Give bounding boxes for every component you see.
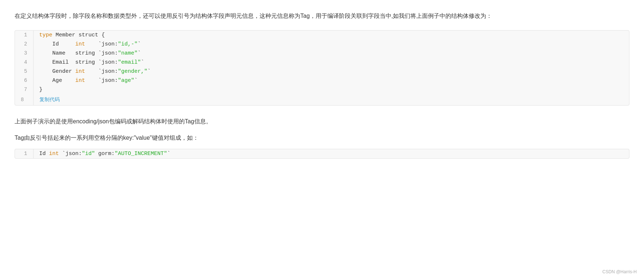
copy-line-number: 8 [15,94,33,105]
code-block-1: 1 type Member struct { 2 Id int `json:"i… [15,30,629,106]
code-line-2-1: 1 Id int `json:"id" gorm:"AUTO_INCREMENT… [15,149,629,158]
code-line-7: 7 } [15,85,629,94]
string-name: "name" [118,50,138,56]
string-auto-increment: "AUTO_INCREMENT" [115,151,167,157]
string-id: "id,-" [118,41,138,47]
line-number-1: 1 [15,31,33,40]
code-table-2: 1 Id int `json:"id" gorm:"AUTO_INCREMENT… [15,149,629,158]
line-number-5: 5 [15,67,33,76]
code-content-6: Age int `json:"age"` [33,76,629,85]
line-number-3: 3 [15,49,33,58]
code-line-6: 6 Age int `json:"age"` [15,76,629,85]
copy-row[interactable]: 8 复制代码 [15,94,629,105]
code-line-4: 4 Email string `json:"email"` [15,58,629,67]
line-number-6: 6 [15,76,33,85]
line-number-2-1: 1 [15,149,33,158]
keyword-int-1: int [75,41,85,47]
line-number-2: 2 [15,40,33,49]
string-email: "email" [118,59,141,65]
code-content-5: Gender int `json:"gender,"` [33,67,629,76]
section1-text: 上面例子演示的是使用encoding/json包编码或解码结构体时使用的Tag信… [15,116,629,127]
keyword-type: type [39,32,52,38]
line-number-7: 7 [15,85,33,94]
intro-paragraph: 在定义结构体字段时，除字段名称和数据类型外，还可以使用反引号为结构体字段声明元信… [15,11,629,21]
code-line-2: 2 Id int `json:"id,-"` [15,40,629,49]
code-content-1: type Member struct { [33,31,629,40]
code-content-2: Id int `json:"id,-"` [33,40,629,49]
string-id-2: "id" [82,151,95,157]
string-gender: "gender," [118,68,148,75]
code-table-1: 1 type Member struct { 2 Id int `json:"i… [15,31,629,105]
code-content-4: Email string `json:"email"` [33,58,629,67]
keyword-int-2: int [75,68,85,75]
line-number-4: 4 [15,58,33,67]
code-line-3: 3 Name string `json:"name"` [15,49,629,58]
code-block-2: 1 Id int `json:"id" gorm:"AUTO_INCREMENT… [15,149,629,159]
copy-code-button[interactable]: 复制代码 [33,94,629,105]
string-age: "age" [118,78,134,84]
code-line-1: 1 type Member struct { [15,31,629,40]
code-line-5: 5 Gender int `json:"gender,"` [15,67,629,76]
code-content-3: Name string `json:"name"` [33,49,629,58]
keyword-int-4: int [49,151,59,157]
code-content-2-1: Id int `json:"id" gorm:"AUTO_INCREMENT"` [33,149,629,158]
section2-text: Tag由反引号括起来的一系列用空格分隔的key:"value"键值对组成，如： [15,133,629,143]
footer-attribution: CSDN @Harris-H [602,269,637,274]
code-content-7: } [33,85,629,94]
keyword-int-3: int [75,78,85,84]
